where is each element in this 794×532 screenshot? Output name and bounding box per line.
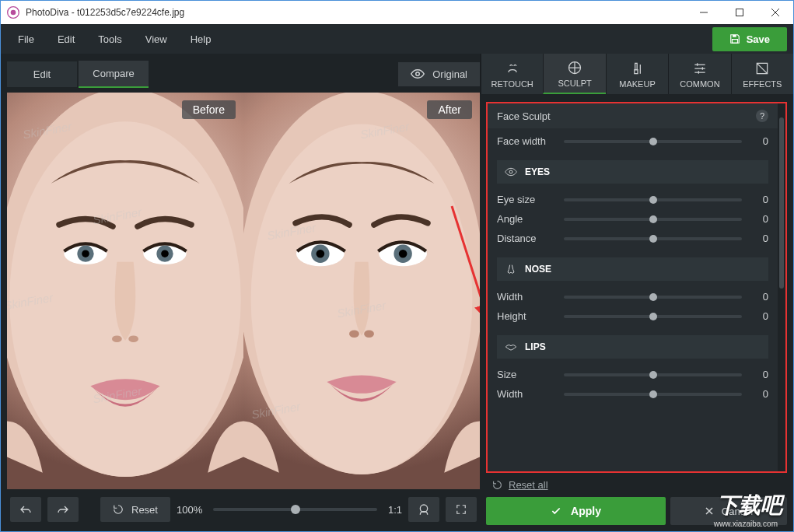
sculpt-icon	[567, 60, 582, 75]
menu-bar: File Edit Tools View Help Save	[1, 24, 793, 54]
after-pane[interactable]: SkinFiner SkinFiner SkinFiner SkinFiner …	[243, 93, 480, 489]
group-eyes[interactable]: EYES	[497, 160, 768, 184]
slider-track[interactable]	[564, 218, 742, 221]
window-titlebar: PhotoDiva - t012253d5c7e9224cfe.jpg	[1, 1, 793, 24]
window-minimize-button[interactable]	[686, 1, 722, 24]
slider-face-width: Face width 0	[497, 131, 768, 151]
slider-thumb[interactable]	[649, 313, 657, 320]
reset-icon	[113, 504, 124, 515]
apply-button[interactable]: Apply	[486, 497, 666, 525]
svg-point-21	[317, 250, 325, 258]
fullscreen-icon	[456, 504, 467, 515]
view-toolbar: Edit Compare Original	[7, 60, 480, 88]
slider-track[interactable]	[564, 198, 742, 201]
before-face-image	[7, 93, 243, 489]
lips-icon	[505, 341, 517, 352]
undo-icon	[19, 505, 32, 514]
slider-track[interactable]	[564, 237, 742, 240]
slider-value: 0	[750, 135, 768, 147]
reset-all-link[interactable]: Reset all	[486, 478, 787, 492]
svg-point-13	[161, 250, 169, 257]
tab-sculpt[interactable]: SCULPT	[543, 54, 605, 94]
after-face-image	[243, 93, 480, 489]
slider-track[interactable]	[564, 315, 742, 318]
svg-point-15	[128, 335, 138, 342]
help-button[interactable]: ?	[756, 110, 768, 122]
slider-eye-size: Eye size 0	[497, 190, 768, 209]
after-label: After	[427, 100, 472, 119]
eye-icon	[411, 69, 425, 79]
save-button-label: Save	[747, 33, 770, 45]
slider-track[interactable]	[564, 296, 742, 299]
zoom-slider-thumb[interactable]	[291, 505, 300, 514]
svg-rect-29	[634, 70, 637, 74]
menu-file[interactable]: File	[7, 29, 45, 50]
slider-nose-height: Height 0	[497, 306, 768, 326]
slider-thumb[interactable]	[649, 235, 657, 243]
eyes-icon	[505, 166, 517, 177]
reset-button[interactable]: Reset	[100, 497, 170, 522]
tab-common[interactable]: COMMON	[668, 54, 730, 94]
svg-rect-4	[732, 40, 737, 44]
cancel-button[interactable]: Cancel	[670, 497, 787, 525]
close-icon	[705, 506, 714, 516]
tab-makeup[interactable]: MAKEUP	[606, 54, 668, 94]
group-lips[interactable]: LIPS	[497, 335, 768, 359]
check-icon	[551, 506, 561, 516]
tab-edit[interactable]: Edit	[7, 61, 77, 87]
slider-track[interactable]	[564, 393, 742, 396]
sculpt-scroll: Face Sculpt ? Face width 0 EYES	[488, 103, 778, 471]
retouch-icon	[505, 61, 520, 76]
slider-lips-size: Size 0	[497, 365, 768, 384]
svg-rect-28	[635, 63, 637, 69]
slider-track[interactable]	[564, 140, 742, 143]
save-icon	[729, 33, 740, 44]
svg-point-14	[112, 335, 122, 342]
before-label: Before	[182, 100, 236, 119]
undo-button[interactable]	[10, 497, 41, 522]
window-close-button[interactable]	[757, 1, 793, 24]
effects-icon	[754, 61, 770, 76]
sculpt-panel: Face Sculpt ? Face width 0 EYES	[480, 94, 793, 531]
scrollbar-thumb[interactable]	[779, 117, 784, 289]
original-toggle[interactable]: Original	[398, 62, 480, 86]
makeup-icon	[630, 61, 645, 76]
slider-label: Face width	[497, 135, 556, 147]
slider-eye-angle: Angle 0	[497, 209, 768, 229]
menu-tools[interactable]: Tools	[87, 29, 132, 50]
before-pane[interactable]: SkinFiner SkinFiner SkinFiner SkinFiner …	[7, 93, 243, 489]
reset-label: Reset	[131, 504, 158, 516]
menu-edit[interactable]: Edit	[47, 29, 86, 50]
tab-compare[interactable]: Compare	[79, 61, 149, 88]
slider-thumb[interactable]	[649, 390, 657, 398]
zoom-control: 100% 1:1	[177, 504, 402, 516]
zoom-slider[interactable]	[213, 508, 377, 511]
face-nav-button[interactable]	[408, 497, 439, 522]
slider-thumb[interactable]	[649, 196, 657, 204]
save-button[interactable]: Save	[712, 27, 787, 51]
app-logo-icon	[7, 6, 19, 19]
menu-view[interactable]: View	[135, 29, 178, 50]
bottom-toolbar: Reset 100% 1:1	[7, 494, 480, 525]
slider-thumb[interactable]	[649, 293, 657, 301]
slider-thumb[interactable]	[649, 215, 657, 223]
tab-effects[interactable]: EFFECTS	[731, 54, 793, 94]
svg-point-5	[416, 72, 420, 76]
svg-point-25	[364, 330, 374, 338]
tab-retouch[interactable]: RETOUCH	[481, 54, 543, 94]
menu-help[interactable]: Help	[180, 29, 222, 50]
svg-point-23	[399, 250, 407, 258]
zoom-ratio[interactable]: 1:1	[388, 504, 402, 516]
svg-point-31	[509, 170, 512, 173]
window-title: PhotoDiva - t012253d5c7e9224cfe.jpg	[26, 7, 686, 18]
group-nose[interactable]: NOSE	[497, 257, 768, 281]
slider-thumb[interactable]	[649, 371, 657, 379]
slider-track[interactable]	[564, 373, 742, 376]
slider-thumb[interactable]	[649, 138, 657, 145]
apply-row: Apply Cancel	[486, 497, 787, 525]
redo-button[interactable]	[47, 497, 79, 522]
fullscreen-button[interactable]	[446, 497, 477, 522]
slider-eye-distance: Distance 0	[497, 229, 768, 248]
panel-scrollbar[interactable]	[778, 103, 785, 471]
window-maximize-button[interactable]	[722, 1, 757, 24]
